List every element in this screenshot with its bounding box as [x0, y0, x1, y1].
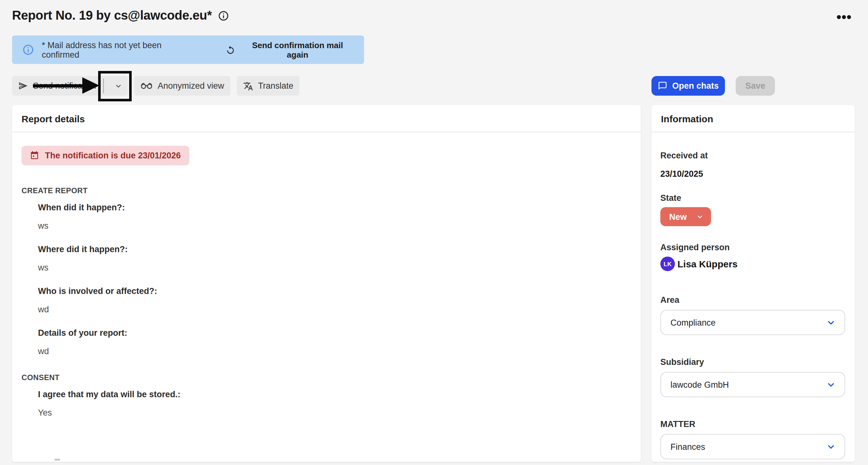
area-value: Compliance	[671, 318, 716, 327]
page-header: Report No. 19 by cs@lawcode.eu*	[12, 8, 229, 23]
anonymized-view-label: Anonymized view	[158, 81, 224, 91]
page-artifact	[55, 459, 60, 461]
due-notice-chip: The notification is due 23/01/2026	[22, 146, 189, 165]
subsidiary-select[interactable]: lawcode GmbH	[660, 372, 845, 397]
chevron-down-icon	[826, 380, 836, 389]
area-label: Area	[660, 294, 845, 306]
matter-value: Finances	[671, 442, 705, 452]
report-details-title: Report details	[12, 105, 641, 133]
translate-icon	[243, 81, 253, 91]
more-menu-button[interactable]	[835, 11, 853, 24]
received-at-label: Received at	[660, 149, 845, 162]
information-title: Information	[651, 105, 855, 133]
answer: wd	[38, 345, 631, 357]
rotate-left-icon	[225, 45, 236, 55]
banner-text: * Mail address has not yet been confirme…	[42, 40, 199, 59]
due-notice-text: The notification is due 23/01/2026	[45, 151, 181, 160]
assigned-person[interactable]: LK Lisa Küppers	[660, 257, 845, 271]
assigned-person-label: Assigned person	[660, 241, 845, 253]
section-heading: CREATE REPORT	[22, 186, 631, 196]
question: Where did it happen?:	[38, 243, 631, 255]
open-chats-label: Open chats	[672, 81, 719, 91]
open-chats-button[interactable]: Open chats	[651, 76, 725, 96]
save-button[interactable]: Save	[736, 76, 775, 96]
send-confirmation-mail-button[interactable]: Send confirmation mail again	[225, 40, 354, 59]
annotation-highlight-box	[98, 71, 132, 101]
question: I agree that my data will be stored.:	[38, 388, 631, 400]
received-at-value: 23/10/2025	[660, 168, 845, 180]
subsidiary-value: lawcode GmbH	[671, 380, 729, 389]
state-dropdown-button[interactable]: New	[660, 207, 711, 226]
mask-icon	[141, 82, 153, 90]
answer: Yes	[38, 407, 631, 419]
matter-label: MATTER	[660, 418, 845, 430]
banner-action-label: Send confirmation mail again	[241, 40, 354, 59]
answer: ws	[38, 220, 631, 232]
matter-select[interactable]: Finances	[660, 434, 845, 459]
avatar: LK	[660, 257, 675, 271]
info-icon	[22, 44, 34, 56]
section-heading: CONSENT	[22, 373, 631, 383]
page-title: Report No. 19 by cs@lawcode.eu*	[12, 8, 212, 23]
question: Who is involved or affected?:	[38, 285, 631, 297]
chat-bubble-icon	[657, 81, 667, 91]
state-value: New	[669, 212, 687, 222]
anonymized-view-button[interactable]: Anonymized view	[134, 76, 230, 96]
translate-label: Translate	[258, 81, 293, 91]
more-horizontal-icon	[836, 14, 851, 20]
answer: wd	[38, 303, 631, 316]
question: Details of your report:	[38, 327, 631, 339]
state-label: State	[660, 192, 845, 204]
report-details-card: Report details The notification is due 2…	[12, 105, 641, 462]
info-icon[interactable]	[217, 10, 229, 21]
chevron-down-icon	[826, 318, 836, 327]
annotation-arrow-head	[82, 77, 99, 94]
answer: ws	[38, 262, 631, 274]
chevron-down-icon	[826, 442, 836, 452]
assigned-person-name: Lisa Küppers	[677, 259, 738, 269]
page: Report No. 19 by cs@lawcode.eu* * Mail a…	[0, 0, 868, 465]
information-card: Information Received at 23/10/2025 State…	[651, 105, 855, 462]
calendar-icon	[30, 151, 39, 160]
subsidiary-label: Subsidiary	[660, 356, 845, 368]
area-select[interactable]: Compliance	[660, 310, 845, 335]
chevron-down-icon	[696, 213, 703, 220]
question: When did it happen?:	[38, 201, 631, 213]
mail-confirmation-banner: * Mail address has not yet been confirme…	[12, 35, 364, 64]
send-icon	[18, 81, 28, 91]
annotation-arrow-line	[33, 84, 84, 87]
translate-button[interactable]: Translate	[237, 76, 300, 96]
